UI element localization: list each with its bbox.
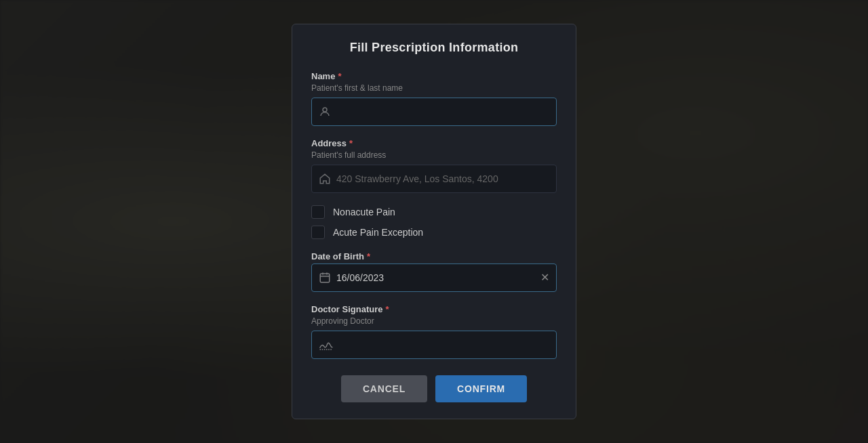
signature-hint: Approving Doctor — [311, 316, 557, 326]
prescription-modal: Fill Prescription Information Name * Pat… — [292, 24, 576, 419]
name-field-group: Name * Patient's first & last name — [311, 71, 557, 126]
name-required-star: * — [338, 71, 341, 81]
svg-point-0 — [323, 108, 327, 112]
signature-icon — [319, 339, 334, 351]
dob-required-star: * — [367, 251, 370, 261]
signature-input[interactable] — [339, 339, 549, 350]
signature-input-wrapper — [311, 331, 557, 359]
footer-buttons: CANCEL CONFIRM — [311, 375, 557, 402]
cancel-button[interactable]: CANCEL — [341, 375, 427, 402]
name-input-wrapper — [311, 98, 557, 126]
home-icon — [319, 173, 331, 185]
address-label: Address * — [311, 138, 557, 148]
signature-label: Doctor Signature * — [311, 304, 557, 314]
confirm-button[interactable]: CONFIRM — [435, 375, 527, 402]
acute-checkbox[interactable] — [311, 226, 325, 239]
name-input[interactable] — [336, 106, 549, 117]
acute-checkbox-item[interactable]: Acute Pain Exception — [311, 226, 557, 239]
checkbox-group: Nonacute Pain Acute Pain Exception — [311, 205, 557, 239]
dob-field-group: Date of Birth * 16/06/2023 ✕ — [311, 251, 557, 292]
address-required-star: * — [349, 138, 353, 148]
dob-value: 16/06/2023 — [336, 272, 535, 283]
nonacute-label: Nonacute Pain — [333, 207, 395, 217]
dob-label: Date of Birth * — [311, 251, 557, 261]
nonacute-checkbox[interactable] — [311, 205, 325, 219]
dob-input-wrapper[interactable]: 16/06/2023 ✕ — [311, 263, 557, 292]
acute-label: Acute Pain Exception — [333, 227, 423, 238]
nonacute-checkbox-item[interactable]: Nonacute Pain — [311, 205, 557, 219]
address-value: 420 Strawberry Ave, Los Santos, 4200 — [336, 173, 549, 184]
svg-rect-1 — [320, 274, 330, 282]
dob-clear-button[interactable]: ✕ — [540, 272, 549, 283]
signature-field-group: Doctor Signature * Approving Doctor — [311, 304, 557, 359]
signature-required-star: * — [385, 304, 389, 314]
name-label: Name * — [311, 71, 557, 81]
calendar-icon — [319, 272, 331, 284]
person-icon — [319, 106, 331, 118]
address-hint: Patient's full address — [311, 150, 557, 160]
name-hint: Patient's first & last name — [311, 83, 557, 93]
modal-title: Fill Prescription Information — [311, 41, 557, 55]
address-field-group: Address * Patient's full address 420 Str… — [311, 138, 557, 193]
address-input-wrapper: 420 Strawberry Ave, Los Santos, 4200 — [311, 165, 557, 193]
